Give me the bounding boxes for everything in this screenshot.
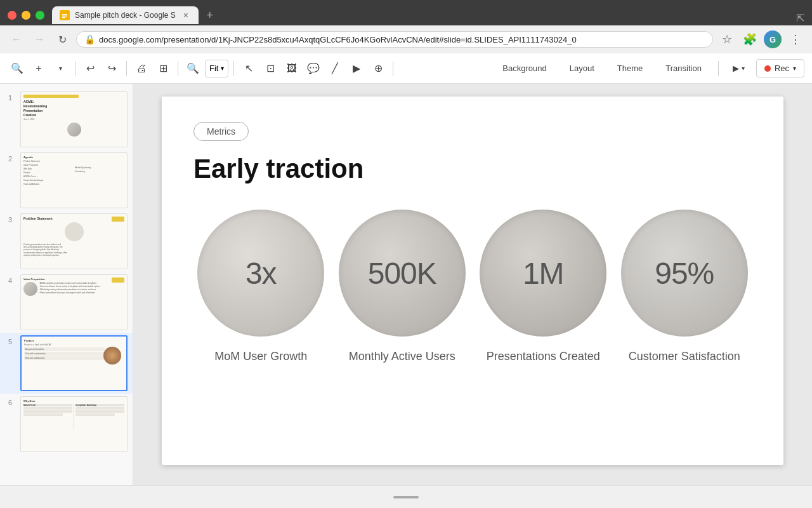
slide-item-4[interactable]: 4 Value Proposition • ACME simplifies pr… bbox=[0, 272, 133, 333]
svg-rect-1 bbox=[62, 14, 67, 15]
close-button[interactable] bbox=[8, 11, 16, 20]
svg-rect-2 bbox=[62, 16, 67, 17]
active-tab[interactable]: Sample pitch deck - Google S × bbox=[52, 6, 199, 24]
separator-6 bbox=[718, 61, 719, 76]
add-button[interactable]: + bbox=[29, 59, 48, 78]
line-tool[interactable]: ╱ bbox=[325, 59, 344, 78]
theme-button[interactable]: Theme bbox=[608, 60, 652, 77]
new-tab-button[interactable]: + bbox=[201, 6, 219, 24]
slide-item-3[interactable]: 3 Problem Statement Creating presentatio… bbox=[0, 211, 133, 272]
back-button[interactable]: ← bbox=[8, 30, 25, 48]
slide-item-2[interactable]: 2 Agenda Problem Statement Value Proposi… bbox=[0, 150, 133, 211]
slide-number-3: 3 bbox=[5, 213, 15, 224]
thumb-heading-4: Value Proposition bbox=[23, 277, 124, 281]
metric-label-mom: MoM User Growth bbox=[214, 349, 307, 364]
metric-circle-mau: 500K bbox=[339, 210, 466, 337]
minimize-button[interactable] bbox=[22, 11, 30, 20]
rec-label: Rec bbox=[775, 64, 789, 73]
title-bar: Sample pitch deck - Google S × + ⇱ bbox=[0, 0, 812, 25]
accessibility-button[interactable]: ⊞ bbox=[154, 59, 173, 78]
metric-item-pres: 1M Presentations Created bbox=[476, 210, 611, 364]
image-tool[interactable]: 🖼 bbox=[282, 59, 301, 78]
extensions-button[interactable]: 🧩 bbox=[741, 30, 759, 48]
scroll-indicator bbox=[393, 496, 419, 498]
metric-circle-mom: 3x bbox=[197, 210, 324, 337]
metrics-pill-label: Metrics bbox=[207, 126, 235, 137]
transition-button[interactable]: Transition bbox=[657, 60, 710, 77]
print-button[interactable]: 🖨 bbox=[132, 59, 151, 78]
toolbar: 🔍 + ▾ ↩ ↪ 🖨 ⊞ 🔍 Fit ▾ ↖ ⊡ 🖼 💬 ╱ ▶ ⊕ Back… bbox=[0, 53, 812, 84]
search-button[interactable]: 🔍 bbox=[8, 59, 27, 78]
metric-value-mau: 500K bbox=[368, 256, 436, 291]
slide-thumbnail-6[interactable]: Why Now Market Trend Competitive Advanta… bbox=[20, 396, 128, 452]
slide-item-5[interactable]: 5 Product Product is a SaaS tool for ACM… bbox=[0, 333, 133, 394]
separator-3 bbox=[178, 61, 178, 76]
embed-tool[interactable]: ⊕ bbox=[369, 59, 388, 78]
slide-item-6[interactable]: 6 Why Now Market Trend bbox=[0, 394, 133, 455]
add-dropdown-button[interactable]: ▾ bbox=[51, 59, 70, 78]
forward-button[interactable]: → bbox=[30, 30, 48, 48]
thumb-subtitle: June 1, 2024 bbox=[23, 118, 124, 121]
metric-circle-pres: 1M bbox=[480, 210, 606, 337]
canvas-area[interactable]: Metrics Early traction 3x MoM User Growt… bbox=[133, 84, 812, 485]
traffic-lights bbox=[8, 11, 44, 20]
video-tool[interactable]: ▶ bbox=[347, 59, 366, 78]
undo-button[interactable]: ↩ bbox=[81, 59, 100, 78]
slide-title: Early traction bbox=[193, 154, 752, 184]
profile-avatar[interactable]: G bbox=[764, 30, 782, 48]
slide-thumbnail-5[interactable]: Product Product is a SaaS tool for ACME … bbox=[20, 335, 128, 391]
thumb-badge-3 bbox=[112, 217, 124, 222]
zoom-button[interactable]: 🔍 bbox=[183, 59, 202, 78]
metric-value-mom: 3x bbox=[246, 256, 277, 291]
thumb-label-6: Why Now bbox=[23, 399, 124, 403]
background-button[interactable]: Background bbox=[494, 60, 555, 77]
slide-thumbnail-2[interactable]: Agenda Problem Statement Value Propositi… bbox=[20, 152, 128, 208]
maximize-button[interactable] bbox=[36, 11, 44, 20]
tab-close-button[interactable]: × bbox=[181, 10, 191, 20]
present-dropdown-icon: ▾ bbox=[742, 65, 745, 72]
url-bar[interactable]: 🔒 docs.google.com/presentation/d/1Kj-JNC… bbox=[76, 31, 713, 48]
bottom-bar bbox=[0, 485, 812, 508]
separator-5 bbox=[393, 61, 393, 76]
metric-label-csat: Customer Satisfaction bbox=[629, 349, 740, 364]
select-tool[interactable]: ⊡ bbox=[261, 59, 280, 78]
slide-item-1[interactable]: 1 ACME:RevolutionizingPresentationCreati… bbox=[0, 89, 133, 150]
zoom-select[interactable]: Fit ▾ bbox=[205, 60, 228, 77]
metric-value-csat: 95% bbox=[655, 256, 714, 291]
zoom-label: Fit bbox=[209, 64, 218, 73]
present-button[interactable]: ▶ ▾ bbox=[726, 60, 751, 77]
thumb-badge-4 bbox=[112, 277, 124, 283]
metrics-row: 3x MoM User Growth 500K Monthly Active U… bbox=[193, 210, 752, 364]
cursor-tool[interactable]: ↖ bbox=[239, 59, 258, 78]
shape-tool[interactable]: 💬 bbox=[304, 59, 323, 78]
toolbar-right: Background Layout Theme Transition ▶ ▾ R… bbox=[494, 59, 804, 77]
reload-button[interactable]: ↻ bbox=[53, 30, 71, 48]
separator-1 bbox=[75, 61, 75, 76]
zoom-dropdown-icon: ▾ bbox=[221, 65, 224, 72]
tab-favicon bbox=[60, 10, 70, 20]
slide-canvas: Metrics Early traction 3x MoM User Growt… bbox=[162, 97, 783, 465]
slide-number-2: 2 bbox=[5, 152, 15, 163]
rec-dot-icon bbox=[764, 65, 771, 72]
separator-2 bbox=[126, 61, 127, 76]
svg-rect-3 bbox=[62, 17, 65, 18]
slide-number-5: 5 bbox=[5, 335, 15, 345]
bookmark-button[interactable]: ☆ bbox=[718, 30, 736, 48]
browser-expand-button[interactable]: ⇱ bbox=[796, 12, 804, 24]
thumb-logo-circle bbox=[67, 123, 81, 137]
slide-thumbnail-4[interactable]: Value Proposition • ACME simplifies pres… bbox=[20, 274, 128, 330]
thumb-yellow-bar bbox=[23, 95, 79, 98]
redo-button[interactable]: ↪ bbox=[102, 59, 121, 78]
browser-menu-button[interactable]: ⋮ bbox=[787, 30, 804, 48]
rec-button[interactable]: Rec ▾ bbox=[756, 59, 804, 77]
metric-item-mom: 3x MoM User Growth bbox=[193, 210, 329, 364]
lock-icon: 🔒 bbox=[84, 34, 95, 44]
slide-number-4: 4 bbox=[5, 274, 15, 284]
rec-dropdown-icon: ▾ bbox=[793, 65, 796, 72]
slide-thumbnail-1[interactable]: ACME:RevolutionizingPresentationCreation… bbox=[20, 91, 128, 147]
metric-circle-csat: 95% bbox=[621, 210, 748, 337]
address-bar: ← → ↻ 🔒 docs.google.com/presentation/d/1… bbox=[0, 25, 812, 53]
layout-button[interactable]: Layout bbox=[561, 60, 603, 77]
slide-thumbnail-3[interactable]: Problem Statement Creating presentations… bbox=[20, 213, 128, 269]
metrics-pill: Metrics bbox=[193, 122, 249, 141]
